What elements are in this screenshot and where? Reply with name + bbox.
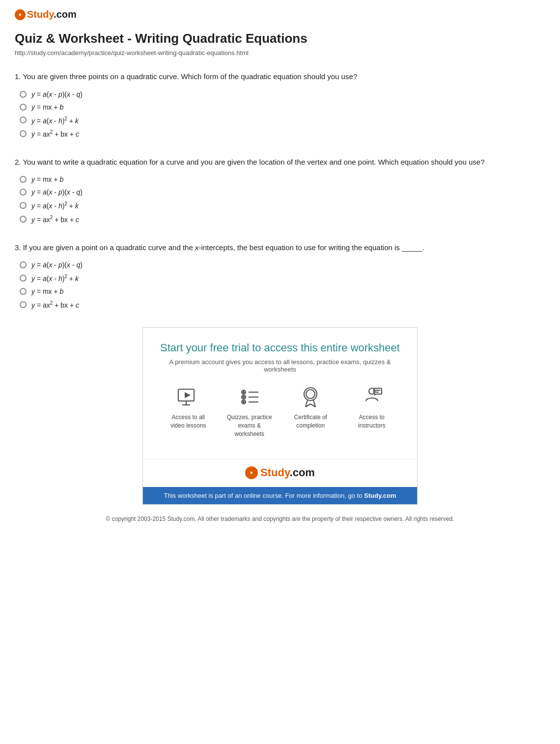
cta-title: Start your free trial to access this ent… <box>158 342 402 354</box>
feature-label-instructors: Access toinstructors <box>358 413 385 430</box>
svg-point-19 <box>306 390 315 399</box>
option-label: y = a(x - p)(x - q) <box>31 90 83 98</box>
feature-label-video: Access to allvideo lessons <box>170 413 206 430</box>
option-row[interactable]: y = a(x - p)(x - q) <box>15 90 545 98</box>
option-label: y = a(x - h)2 + k <box>31 201 79 210</box>
page-url: http://study.com/academy/practice/quiz-w… <box>15 49 545 57</box>
option-label: y = a(x - p)(x - q) <box>31 188 83 196</box>
radio-circle[interactable] <box>20 104 27 111</box>
list-icon <box>236 385 263 409</box>
option-label: y = mx + b <box>31 175 63 183</box>
video-icon <box>174 385 202 409</box>
option-row[interactable]: y = a(x - h)2 + k <box>15 116 545 125</box>
cta-feature-video: Access to allvideo lessons <box>161 385 215 438</box>
option-label: y = mx + b <box>31 103 63 111</box>
cta-logo-inner: Study.com <box>245 466 315 479</box>
cta-features: Access to allvideo lessons <box>158 385 402 438</box>
option-row[interactable]: y = a(x - h)2 + k <box>15 274 545 283</box>
option-row[interactable]: y = mx + b <box>15 175 545 183</box>
option-label: y = ax2 + bx + c <box>31 300 79 309</box>
radio-circle[interactable] <box>20 116 27 123</box>
cta-logo-area: Study.com <box>143 459 417 487</box>
question-block: 3. If you are given a point on a quadrat… <box>15 242 545 309</box>
cta-feature-quizzes: Quizzes, practiceexams & worksheets <box>223 385 277 438</box>
cta-logo-icon <box>245 466 258 479</box>
radio-circle[interactable] <box>20 261 27 268</box>
chat-icon <box>358 385 386 409</box>
radio-circle[interactable] <box>20 91 27 98</box>
option-label: y = ax2 + bx + c <box>31 215 79 224</box>
option-row[interactable]: y = ax2 + bx + c <box>15 300 545 309</box>
radio-circle[interactable] <box>20 130 27 137</box>
option-row[interactable]: y = mx + b <box>15 287 545 295</box>
cta-footer: This worksheet is part of an online cour… <box>143 487 417 504</box>
feature-label-quizzes: Quizzes, practiceexams & worksheets <box>223 413 277 438</box>
cta-feature-instructors: Access toinstructors <box>345 385 399 438</box>
question-block: 2. You want to write a quadratic equatio… <box>15 157 545 224</box>
option-row[interactable]: y = a(x - p)(x - q) <box>15 261 545 269</box>
cta-subtitle: A premium account gives you access to al… <box>158 358 402 373</box>
option-row[interactable]: y = ax2 + bx + c <box>15 215 545 224</box>
award-icon <box>297 385 324 409</box>
radio-circle[interactable] <box>20 176 27 183</box>
feature-label-certificate: Certificate ofcompletion <box>294 413 327 430</box>
cta-container: Start your free trial to access this ent… <box>15 327 545 504</box>
radio-circle[interactable] <box>20 301 27 308</box>
question-text: 3. If you are given a point on a quadrat… <box>15 242 545 254</box>
cta-logo-text: Study.com <box>260 466 315 479</box>
copyright: © copyright 2003-2015 Study.com. All oth… <box>15 515 545 524</box>
cta-footer-text: This worksheet is part of an online cour… <box>164 492 362 499</box>
radio-circle[interactable] <box>20 288 27 295</box>
option-label: y = mx + b <box>31 287 63 295</box>
question-block: 1. You are given three points on a quadr… <box>15 71 545 138</box>
option-row[interactable]: y = mx + b <box>15 103 545 111</box>
option-label: y = a(x - h)2 + k <box>31 116 79 125</box>
logo-text: Study.com <box>27 9 77 20</box>
question-text: 1. You are given three points on a quadr… <box>15 71 545 83</box>
page-title: Quiz & Worksheet - Writing Quadratic Equ… <box>15 31 545 46</box>
logo-area: Study.com <box>15 9 545 20</box>
radio-circle[interactable] <box>20 275 27 282</box>
svg-marker-5 <box>185 392 191 398</box>
questions-container: 1. You are given three points on a quadr… <box>15 71 545 309</box>
cta-footer-link[interactable]: Study.com <box>364 492 396 499</box>
radio-circle[interactable] <box>20 216 27 223</box>
svg-marker-0 <box>19 13 22 16</box>
cta-box: Start your free trial to access this ent… <box>142 327 418 504</box>
radio-circle[interactable] <box>20 202 27 209</box>
logo-icon <box>15 9 26 20</box>
option-label: y = a(x - p)(x - q) <box>31 261 83 269</box>
option-row[interactable]: y = ax2 + bx + c <box>15 129 545 138</box>
cta-feature-certificate: Certificate ofcompletion <box>283 385 337 438</box>
question-text: 2. You want to write a quadratic equatio… <box>15 157 545 168</box>
svg-marker-28 <box>251 471 253 474</box>
option-row[interactable]: y = a(x - h)2 + k <box>15 201 545 210</box>
cta-main: Start your free trial to access this ent… <box>143 328 417 458</box>
radio-circle[interactable] <box>20 189 27 196</box>
option-row[interactable]: y = a(x - p)(x - q) <box>15 188 545 196</box>
option-label: y = a(x - h)2 + k <box>31 274 79 283</box>
option-label: y = ax2 + bx + c <box>31 129 79 138</box>
